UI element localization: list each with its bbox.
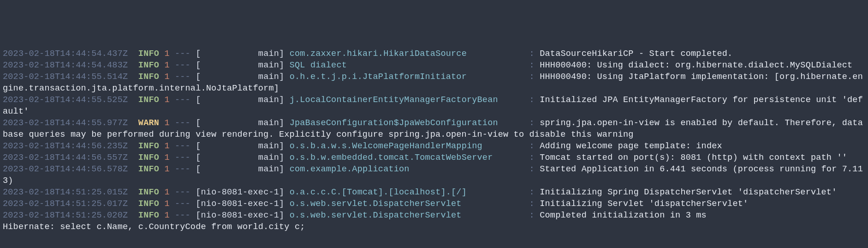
log-line: 2023-02-18T14:44:54.437Z INFO 1 --- [ ma… xyxy=(3,48,865,60)
timestamp: 2023-02-18T14:51:25.017Z xyxy=(3,199,128,209)
timestamp: 2023-02-18T14:51:25.020Z xyxy=(3,211,128,220)
log-line: 2023-02-18T14:51:25.015Z INFO 1 --- [nio… xyxy=(3,187,865,198)
logger: o.s.b.a.w.s.WelcomePageHandlerMapping xyxy=(290,141,524,151)
logger: JpaBaseConfiguration$JpaWebConfiguration xyxy=(290,118,524,128)
log-level: INFO xyxy=(138,95,159,105)
separator: --- xyxy=(175,188,190,197)
pid: 1 xyxy=(164,211,169,220)
message: Completed initialization in 3 ms xyxy=(540,211,707,220)
log-level: INFO xyxy=(138,211,159,220)
sql-statement: Hibernate: select c.Name, c.CountryCode … xyxy=(3,222,305,232)
pid: 1 xyxy=(164,153,169,163)
message: Adding welcome page template: index xyxy=(540,141,722,151)
log-line: 2023-02-18T14:44:56.557Z INFO 1 --- [ ma… xyxy=(3,152,865,163)
thread: main xyxy=(201,141,279,151)
timestamp: 2023-02-18T14:51:25.015Z xyxy=(3,188,128,197)
logger: com.zaxxer.hikari.HikariDataSource xyxy=(290,49,524,59)
pid: 1 xyxy=(164,199,169,209)
pid: 1 xyxy=(164,49,169,59)
log-output: 2023-02-18T14:44:54.437Z INFO 1 --- [ ma… xyxy=(3,48,865,233)
thread: nio-8081-exec-1 xyxy=(201,188,279,197)
log-line: 2023-02-18T14:44:55.514Z INFO 1 --- [ ma… xyxy=(3,71,865,94)
message: DataSourceHikariCP - Start completed. xyxy=(540,49,732,59)
logger: SQL dialect xyxy=(290,60,524,70)
log-level: INFO xyxy=(138,153,159,163)
timestamp: 2023-02-18T14:44:56.578Z xyxy=(3,164,128,174)
pid: 1 xyxy=(164,95,169,105)
pid: 1 xyxy=(164,164,169,174)
timestamp: 2023-02-18T14:44:54.437Z xyxy=(3,49,128,59)
logger: o.s.b.w.embedded.tomcat.TomcatWebServer xyxy=(290,153,524,163)
log-level: INFO xyxy=(138,188,159,197)
log-level: INFO xyxy=(138,141,159,151)
log-line: 2023-02-18T14:44:55.525Z INFO 1 --- [ ma… xyxy=(3,94,865,117)
thread: main xyxy=(201,164,279,174)
log-line: 2023-02-18T14:44:55.977Z WARN 1 --- [ ma… xyxy=(3,117,865,140)
pid: 1 xyxy=(164,188,169,197)
separator: --- xyxy=(175,49,190,59)
thread: nio-8081-exec-1 xyxy=(201,199,279,209)
message: Tomcat started on port(s): 8081 (http) w… xyxy=(540,153,847,163)
timestamp: 2023-02-18T14:44:55.514Z xyxy=(3,72,128,82)
logger: o.s.web.servlet.DispatcherServlet xyxy=(290,211,524,220)
log-level: INFO xyxy=(138,72,159,82)
thread: main xyxy=(201,49,279,59)
logger: o.h.e.t.j.p.i.JtaPlatformInitiator xyxy=(290,72,524,82)
message: Initializing Spring DispatcherServlet 'd… xyxy=(540,188,837,197)
thread: nio-8081-exec-1 xyxy=(201,211,279,220)
log-line: 2023-02-18T14:51:25.017Z INFO 1 --- [nio… xyxy=(3,198,865,210)
thread: main xyxy=(201,118,279,128)
separator: --- xyxy=(175,118,190,128)
logger: j.LocalContainerEntityManagerFactoryBean xyxy=(290,95,524,105)
pid: 1 xyxy=(164,118,169,128)
timestamp: 2023-02-18T14:44:54.483Z xyxy=(3,60,128,70)
separator: --- xyxy=(175,199,190,209)
logger: o.a.c.c.C.[Tomcat].[localhost].[/] xyxy=(290,188,524,197)
timestamp: 2023-02-18T14:44:56.235Z xyxy=(3,141,128,151)
log-line: 2023-02-18T14:44:54.483Z INFO 1 --- [ ma… xyxy=(3,60,865,71)
log-level: INFO xyxy=(138,60,159,70)
log-level: INFO xyxy=(138,164,159,174)
separator: --- xyxy=(175,60,190,70)
log-line: 2023-02-18T14:51:25.020Z INFO 1 --- [nio… xyxy=(3,210,865,221)
pid: 1 xyxy=(164,141,169,151)
log-level: WARN xyxy=(138,118,159,128)
log-level: INFO xyxy=(138,199,159,209)
thread: main xyxy=(201,60,279,70)
separator: --- xyxy=(175,211,190,220)
log-line: 2023-02-18T14:44:56.235Z INFO 1 --- [ ma… xyxy=(3,140,865,152)
message: Initializing Servlet 'dispatcherServlet' xyxy=(540,199,748,209)
thread: main xyxy=(201,95,279,105)
log-line: 2023-02-18T14:44:56.578Z INFO 1 --- [ ma… xyxy=(3,163,865,187)
separator: --- xyxy=(175,72,190,82)
timestamp: 2023-02-18T14:44:55.977Z xyxy=(3,118,128,128)
logger: com.example.Application xyxy=(290,164,524,174)
logger: o.s.web.servlet.DispatcherServlet xyxy=(290,199,524,209)
separator: --- xyxy=(175,164,190,174)
timestamp: 2023-02-18T14:44:55.525Z xyxy=(3,95,128,105)
log-line: Hibernate: select c.Name, c.CountryCode … xyxy=(3,221,865,233)
pid: 1 xyxy=(164,72,169,82)
separator: --- xyxy=(175,141,190,151)
thread: main xyxy=(201,153,279,163)
message: HHH000400: Using dialect: org.hibernate.… xyxy=(540,60,852,70)
pid: 1 xyxy=(164,60,169,70)
log-level: INFO xyxy=(138,49,159,59)
timestamp: 2023-02-18T14:44:56.557Z xyxy=(3,153,128,163)
separator: --- xyxy=(175,153,190,163)
separator: --- xyxy=(175,95,190,105)
thread: main xyxy=(201,72,279,82)
